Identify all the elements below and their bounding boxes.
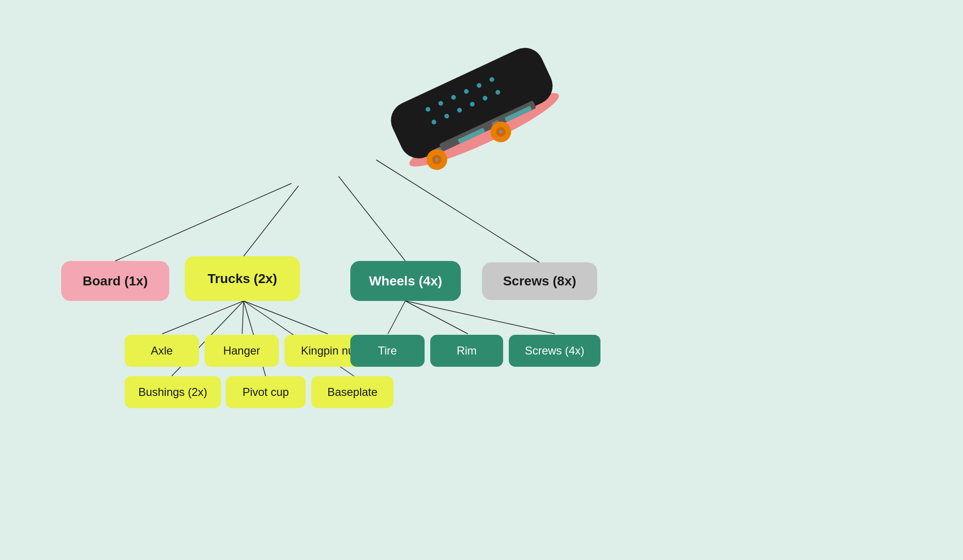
svg-line-12 [405,301,555,334]
svg-line-1 [244,186,299,256]
svg-line-2 [339,176,405,261]
svg-line-4 [162,301,244,334]
tire-node: Tire [350,335,425,367]
trucks-node: Trucks (2x) [185,256,300,301]
board-node: Board (1x) [61,261,169,301]
diagram-container: Board (1x) Trucks (2x) Wheels (4x) Screw… [0,0,963,560]
screws-main-node: Screws (8x) [482,262,597,300]
screws4x-node: Screws (4x) [509,335,600,367]
svg-line-6 [244,301,328,334]
svg-line-0 [115,183,292,261]
hanger-node: Hanger [205,335,279,367]
baseplate-node: Baseplate [311,376,394,408]
svg-line-11 [405,301,468,334]
axle-node: Axle [125,335,199,367]
skateboard-illustration [364,38,599,188]
bushings-node: Bushings (2x) [125,376,221,408]
rim-node: Rim [430,335,503,367]
svg-line-5 [242,301,244,334]
svg-line-10 [388,301,405,334]
wheels-node: Wheels (4x) [350,261,461,301]
pivotcup-node: Pivot cup [226,376,306,408]
